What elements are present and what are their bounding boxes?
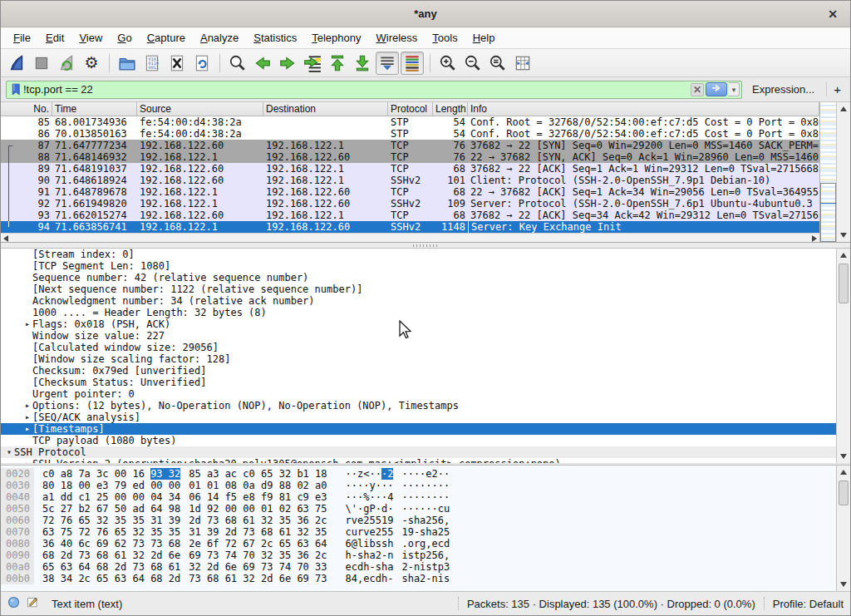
hex-byte[interactable]: 50	[115, 503, 126, 515]
hex-byte[interactable]: ·	[401, 503, 407, 515]
hex-dump-row[interactable]: 009068 2d 73 68 61 32 2d 6e69 73 74 70 3…	[1, 549, 836, 561]
hex-byte[interactable]: 32	[189, 561, 200, 573]
hex-byte[interactable]: 5	[444, 526, 450, 538]
hex-byte[interactable]: a	[387, 561, 393, 573]
hex-byte[interactable]: s	[408, 549, 414, 561]
hex-byte[interactable]: 76	[61, 515, 72, 526]
hex-dump-row[interactable]: 0040a1 dd c1 25 00 00 04 3406 14 f5 e8 f…	[1, 491, 836, 503]
hex-byte[interactable]: 35	[115, 515, 126, 526]
hex-byte[interactable]: a	[369, 549, 375, 561]
hex-byte[interactable]: 7a	[78, 468, 90, 480]
hex-byte[interactable]: 16	[132, 468, 144, 480]
hex-byte[interactable]: 2d	[61, 549, 72, 561]
hex-byte[interactable]: -	[408, 561, 414, 573]
capture-comment-icon[interactable]	[27, 596, 40, 612]
detail-tree-item[interactable]: ▸[SEQ/ACK analysis]	[1, 411, 836, 423]
hex-byte[interactable]: 2d	[225, 526, 237, 538]
menu-statistics[interactable]: Statistics	[246, 29, 304, 47]
hex-byte[interactable]: c	[369, 573, 375, 584]
hex-byte[interactable]: s	[444, 573, 450, 584]
hex-byte[interactable]: 98	[169, 503, 180, 515]
hex-byte[interactable]: 2d	[115, 561, 126, 573]
hex-byte[interactable]: b1	[297, 468, 308, 480]
reload-file-icon[interactable]	[190, 52, 214, 75]
hex-byte[interactable]: 73	[150, 538, 162, 549]
packet-list-scrollbar[interactable]	[836, 102, 850, 242]
hex-byte[interactable]: s	[426, 561, 431, 573]
hex-byte[interactable]: c	[438, 503, 444, 515]
expression-button[interactable]: Expression...	[752, 83, 814, 96]
hex-byte[interactable]: 76	[96, 526, 108, 538]
hex-byte[interactable]: 68	[225, 515, 237, 526]
packet-row[interactable]: 9171.648789678192.168.122.1192.168.122.6…	[1, 186, 819, 198]
resize-columns-icon[interactable]	[511, 52, 534, 75]
hex-byte[interactable]: 6f	[207, 538, 219, 549]
hex-byte[interactable]: 73	[261, 561, 273, 573]
hex-byte[interactable]: 40	[61, 538, 72, 549]
hex-byte[interactable]: ·	[432, 503, 438, 515]
hex-byte[interactable]: 1d	[189, 503, 200, 515]
hex-byte[interactable]: 18	[61, 480, 72, 491]
hex-byte[interactable]: 06	[189, 491, 200, 503]
hex-byte[interactable]: 69	[243, 561, 254, 573]
hex-byte[interactable]: 32	[261, 515, 273, 526]
hex-byte[interactable]: 36	[297, 549, 308, 561]
scroll-up-icon[interactable]	[840, 253, 847, 258]
hex-dump-row[interactable]: 008036 40 6c 69 62 73 73 682e 6f 72 67 2…	[1, 538, 836, 549]
hex-byte[interactable]: s	[401, 573, 407, 584]
menu-go[interactable]: Go	[110, 29, 139, 47]
hex-byte[interactable]: ,	[426, 538, 431, 549]
hex-byte[interactable]: 34	[169, 491, 180, 503]
hex-byte[interactable]: 3c	[96, 468, 108, 480]
hex-byte[interactable]: 69	[96, 538, 108, 549]
find-packet-icon[interactable]	[226, 52, 249, 75]
hex-byte[interactable]: 2c	[315, 515, 327, 526]
menu-analyze[interactable]: Analyze	[193, 29, 246, 47]
hex-byte[interactable]: 74	[225, 549, 237, 561]
packet-row[interactable]: 9071.648618924192.168.122.60192.168.122.…	[1, 175, 819, 186]
hex-byte[interactable]: 27	[61, 503, 72, 515]
hex-byte[interactable]: 00	[115, 491, 126, 503]
hex-byte[interactable]: 79	[115, 480, 126, 491]
hex-byte[interactable]: 6	[438, 549, 444, 561]
hex-dump-row[interactable]: 00b038 34 2c 65 63 64 68 2d73 68 61 32 2…	[1, 573, 836, 584]
hex-byte[interactable]: 34	[61, 573, 72, 584]
hex-byte[interactable]: ·	[376, 491, 381, 503]
hex-byte[interactable]: a	[432, 526, 438, 538]
packet-row[interactable]: 9471.663856741192.168.122.1192.168.122.6…	[1, 221, 819, 233]
hex-byte[interactable]: P	[369, 503, 375, 515]
hex-byte[interactable]: 08	[225, 480, 237, 491]
hex-byte[interactable]: ed	[132, 480, 144, 491]
hex-byte[interactable]: 65	[279, 538, 291, 549]
hex-byte[interactable]: a1	[42, 491, 54, 503]
hex-byte[interactable]: 01	[189, 480, 200, 491]
hex-byte[interactable]: ·	[444, 491, 450, 503]
hex-byte[interactable]: ·	[426, 480, 431, 491]
scroll-down-icon[interactable]	[840, 454, 847, 459]
hex-byte[interactable]: 72	[42, 515, 54, 526]
hex-byte[interactable]: 3	[444, 561, 450, 573]
stop-capture-icon[interactable]	[30, 52, 53, 75]
hex-dump-row[interactable]: 007063 75 72 76 65 32 35 3531 39 2d 73 6…	[1, 526, 836, 538]
hex-byte[interactable]: 72	[225, 538, 237, 549]
column-header-length[interactable]: Length	[433, 102, 468, 116]
detail-tree-item[interactable]: [Window size scaling factor: 128]	[1, 353, 836, 365]
hex-byte[interactable]: ·	[376, 480, 381, 491]
hex-byte[interactable]: 69	[189, 549, 200, 561]
hex-byte[interactable]: 32	[243, 573, 254, 584]
hex-byte[interactable]: 35	[315, 526, 327, 538]
hex-byte[interactable]: e	[426, 468, 431, 480]
hex-byte[interactable]: f9	[261, 491, 273, 503]
hex-byte[interactable]: 04	[150, 491, 162, 503]
hex-byte[interactable]: n	[387, 549, 393, 561]
hex-byte[interactable]: 73	[132, 538, 144, 549]
hex-byte[interactable]: 68	[261, 526, 273, 538]
detail-tree-item[interactable]: [Calculated window size: 29056]	[1, 342, 836, 353]
hex-byte[interactable]: 6e	[169, 549, 180, 561]
expand-icon[interactable]: ▸	[22, 411, 32, 423]
hex-byte[interactable]: ·	[408, 491, 414, 503]
zoom-in-icon[interactable]	[436, 52, 460, 75]
hex-byte[interactable]: p	[438, 561, 444, 573]
close-file-icon[interactable]	[165, 52, 189, 75]
hex-byte[interactable]: 61	[243, 515, 254, 526]
